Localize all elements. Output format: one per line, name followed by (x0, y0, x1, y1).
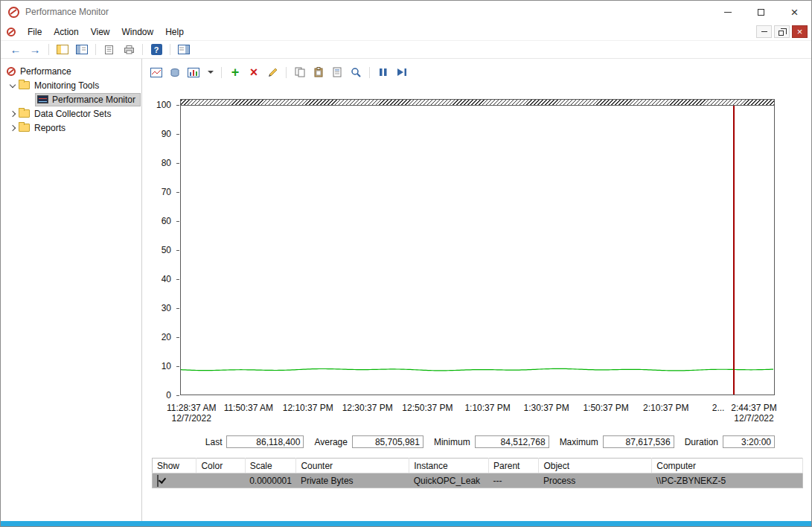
tree-item-performance-monitor[interactable]: Performance Monitor (1, 92, 141, 106)
toolbar-separator (286, 67, 287, 78)
mdi-minimize-button[interactable] (756, 25, 772, 38)
color-cell (196, 473, 245, 488)
zoom-button[interactable] (348, 65, 364, 80)
chart-plot-area[interactable] (180, 99, 775, 395)
mdi-window-controls (756, 25, 811, 38)
maximum-value: 87,617,536 (603, 435, 674, 448)
minimize-button[interactable] (711, 1, 744, 23)
properties-button[interactable] (329, 65, 345, 80)
window-title: Performance Monitor (25, 7, 109, 17)
y-axis-tick-marks (176, 105, 179, 396)
y-tick-label: 80 (142, 158, 175, 168)
view-current-activity-button[interactable] (148, 65, 164, 80)
chevron-expanded-icon[interactable] (8, 81, 19, 90)
column-header-instance[interactable]: Instance (409, 459, 489, 473)
help-button[interactable] (147, 42, 165, 57)
show-hide-console-tree-button[interactable] (54, 42, 71, 57)
update-data-button[interactable] (394, 65, 410, 80)
add-counter-button[interactable] (227, 65, 243, 80)
copy-properties-button[interactable] (292, 65, 308, 80)
graph-type-dropdown[interactable] (204, 65, 216, 80)
y-tick-label: 90 (142, 129, 175, 139)
x-tick-label: 2:44:37 PM 12/7/2022 (731, 403, 776, 424)
show-hide-panels-button[interactable] (175, 42, 193, 57)
menu-window[interactable]: Window (116, 24, 160, 40)
x-tick-label: 1:30:37 PM (523, 403, 569, 413)
column-header-scale[interactable]: Scale (245, 459, 296, 473)
x-tick-label: 11:28:37 AM 12/7/2022 (167, 403, 217, 424)
minimize-icon (724, 12, 732, 13)
menu-view[interactable]: View (85, 24, 116, 40)
window-bottom-accent (1, 521, 811, 526)
print-button[interactable] (120, 42, 138, 57)
plot-body (181, 106, 774, 395)
computer-cell: \\PC-ZBYNEKZ-5 (652, 473, 803, 488)
toolbar-separator (221, 67, 222, 78)
paste-counter-list-button[interactable] (310, 65, 327, 80)
maximize-button[interactable] (744, 1, 778, 23)
x-tick-label: 1:50:37 PM (583, 403, 628, 413)
y-tick-label: 20 (142, 332, 175, 342)
main-toolbar: ← → (1, 41, 811, 59)
export-list-button[interactable] (100, 42, 118, 57)
chevron-collapsed-icon[interactable] (8, 124, 19, 132)
magnifier-icon (351, 67, 361, 77)
change-graph-type-button[interactable] (185, 65, 202, 80)
tree-item-label: Performance (20, 66, 71, 77)
x-tick-label: 12:30:37 PM (342, 403, 393, 413)
tree-item-performance[interactable]: Performance (1, 64, 141, 78)
y-tick-label: 0 (142, 390, 175, 400)
restore-icon (779, 31, 784, 36)
x-tick-date: 12/7/2022 (171, 413, 211, 424)
overscale-hatch-band (181, 100, 774, 106)
column-header-counter[interactable]: Counter (296, 459, 409, 473)
show-checkbox[interactable] (157, 475, 159, 487)
menu-file[interactable]: File (22, 24, 48, 40)
counter-row[interactable]: 0.0000001 Private Bytes QuickOPC_Leak --… (153, 473, 803, 488)
x-tick-date: 12/7/2022 (734, 413, 773, 424)
mdi-restore-button[interactable] (774, 25, 790, 38)
maximize-icon (758, 9, 764, 16)
tree-item-label: Performance Monitor (52, 95, 135, 105)
instance-cell: QuickOPC_Leak (409, 473, 489, 488)
chevron-collapsed-icon[interactable] (8, 109, 19, 118)
view-log-data-button[interactable] (167, 65, 183, 80)
freeze-display-button[interactable] (375, 65, 391, 80)
console-body: Performance Monitoring Tools Performance… (1, 59, 811, 521)
chevron-down-icon (208, 71, 214, 74)
delete-counter-button[interactable] (246, 65, 262, 80)
back-button[interactable]: ← (7, 43, 25, 56)
close-button[interactable] (778, 1, 811, 23)
column-header-parent[interactable]: Parent (489, 459, 539, 473)
tree-item-reports[interactable]: Reports (1, 121, 141, 135)
column-header-object[interactable]: Object (539, 459, 652, 473)
folder-icon (19, 81, 30, 89)
average-value: 85,705,981 (352, 435, 423, 448)
mdi-close-button[interactable] (792, 25, 808, 38)
show-hide-action-pane-button[interactable] (73, 42, 91, 57)
x-tick-label: 1:10:37 PM (464, 403, 510, 413)
column-header-computer[interactable]: Computer (652, 459, 803, 473)
column-header-show[interactable]: Show (153, 459, 196, 473)
toolbar-separator (170, 44, 170, 55)
column-header-color[interactable]: Color (196, 459, 245, 473)
current-activity-icon (150, 68, 162, 77)
timeline-cursor-line (733, 106, 735, 395)
toolbar-separator (142, 44, 143, 55)
graph-pane: 100 90 80 70 60 50 40 30 20 10 0 (142, 59, 811, 521)
parent-cell: --- (489, 473, 539, 488)
forward-button[interactable]: → (26, 43, 44, 56)
tree-item-monitoring-tools[interactable]: Monitoring Tools (1, 78, 141, 92)
highlight-pencil-icon (267, 67, 278, 77)
paste-icon (313, 67, 324, 77)
value-bar: Last 86,118,400 Average 85,705,981 Minim… (180, 435, 775, 448)
properties-icon (332, 67, 342, 77)
performance-icon (7, 67, 16, 76)
counter-legend-table: Show Color Scale Counter Instance Parent… (152, 458, 803, 488)
y-tick-label: 70 (142, 187, 175, 197)
chart-toolbar (148, 64, 410, 80)
menu-action[interactable]: Action (48, 24, 84, 40)
menu-help[interactable]: Help (159, 24, 190, 40)
tree-item-data-collector-sets[interactable]: Data Collector Sets (1, 106, 141, 121)
highlight-button[interactable] (264, 65, 281, 80)
